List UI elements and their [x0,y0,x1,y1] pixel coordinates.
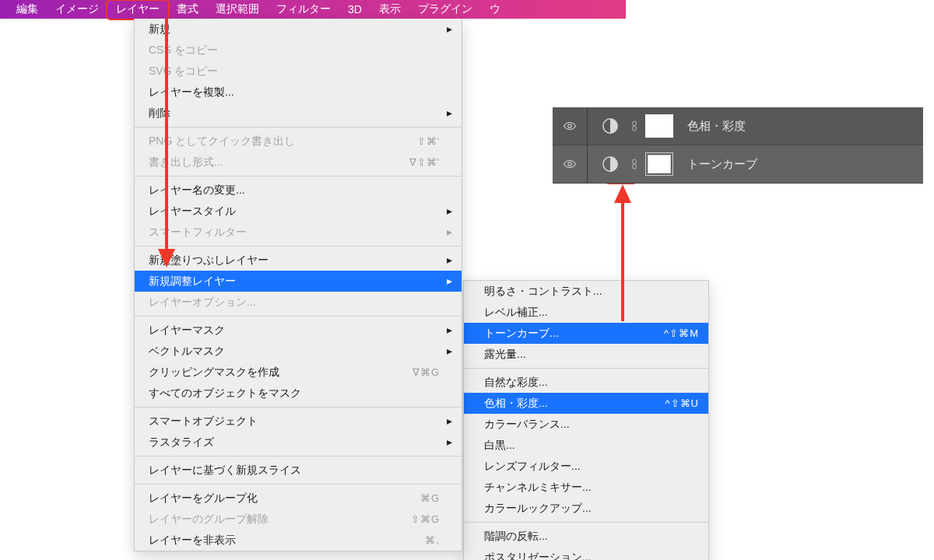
visibility-eye-icon[interactable] [553,145,587,183]
separator [135,246,462,247]
menu-item-shortcut: ^⇧⌘U [665,393,700,414]
menu-item-label: カラールックアップ... [484,502,592,514]
svg-marker-11 [614,184,631,203]
menu-item-label: レベル補正... [484,306,548,318]
layer-link-icon[interactable] [627,157,642,171]
menu-item[interactable]: 新規▸ [135,19,462,40]
menubar-item-6[interactable]: 3D [339,2,370,17]
menu-item[interactable]: レイヤーを非表示⌘, [135,530,462,551]
menu-item[interactable]: 色相・彩度...^⇧⌘U [464,393,708,414]
menu-item-label: レイヤーオプション... [149,296,256,308]
menu-item-label: カラーバランス... [484,418,570,430]
menu-item[interactable]: 新規調整レイヤー▸ [135,271,462,292]
menu-item[interactable]: カラールックアップ... [464,498,708,519]
menu-item[interactable]: チャンネルミキサー... [464,477,708,498]
menu-item-label: トーンカーブ... [484,327,559,339]
layer-link-icon[interactable] [627,119,642,133]
menu-item-label: スマートオブジェクト [149,415,258,427]
menu-item[interactable]: 露光量... [464,344,708,365]
divider [587,145,588,183]
menu-item[interactable]: レイヤー名の変更... [135,180,462,201]
separator [135,407,462,408]
svg-point-4 [568,163,572,166]
menu-item: SVG をコピー [135,61,462,82]
menu-item-shortcut: ∇⇧⌘' [409,152,440,173]
menu-item-label: レンズフィルター... [484,460,581,472]
menu-item[interactable]: 新規塗りつぶしレイヤー▸ [135,250,462,271]
menubar-item-8[interactable]: プラグイン [409,1,481,18]
menu-item[interactable]: ベクトルマスク▸ [135,341,462,362]
menu-item-label: SVG をコピー [149,65,218,77]
menu-item-label: ポスタリゼーション... [484,551,592,560]
menu-item-label: ラスタライズ [149,436,214,448]
menu-item-label: 色相・彩度... [484,397,548,409]
submenu-chevron-icon: ▸ [447,432,452,453]
submenu-chevron-icon: ▸ [447,320,452,341]
layer-mask-thumbnail[interactable] [645,152,673,176]
separator [464,522,708,523]
menu-item[interactable]: 階調の反転... [464,526,708,547]
separator [135,456,462,457]
menu-item[interactable]: ポスタリゼーション... [464,547,708,560]
layer-menu-dropdown: 新規▸CSS をコピーSVG をコピーレイヤーを複製...削除▸PNG としてク… [134,19,462,551]
menu-item[interactable]: レイヤーを複製... [135,82,462,103]
menu-item[interactable]: カラーバランス... [464,414,708,435]
menu-item-label: レイヤーをグループ化 [149,492,258,504]
adjustment-layer-icon[interactable] [599,152,622,176]
menu-item-label: 新規調整レイヤー [149,275,236,287]
menubar-item-1[interactable]: イメージ [47,1,107,18]
menubar: 編集イメージレイヤー書式選択範囲フィルター3D表示プラグインウ [0,0,626,19]
menubar-item-3[interactable]: 書式 [168,1,207,18]
submenu-chevron-icon: ▸ [447,19,452,40]
menu-item-shortcut: ⇧⌘G [411,509,440,530]
menu-item[interactable]: スマートオブジェクト▸ [135,411,462,432]
menu-item[interactable]: レンズフィルター... [464,456,708,477]
menu-item-label: チャンネルミキサー... [484,481,592,493]
menu-item-label: 自然な彩度... [484,376,548,388]
svg-point-0 [568,124,572,128]
layer-mask-thumbnail[interactable] [645,114,673,138]
menubar-item-2[interactable]: レイヤー [107,1,168,18]
menu-item[interactable]: 削除▸ [135,103,462,124]
menubar-item-4[interactable]: 選択範囲 [207,1,268,18]
visibility-eye-icon[interactable] [553,107,587,145]
menu-item-shortcut: ⌘G [420,488,440,509]
menu-item-shortcut: ⌘, [425,530,440,551]
menu-item-label: 階調の反転... [484,530,548,542]
menu-item-label: 白黒... [484,439,515,451]
menu-item[interactable]: レイヤーをグループ化⌘G [135,488,462,509]
layer-name: トーンカーブ [687,157,757,172]
menu-item[interactable]: 明るさ・コントラスト... [464,281,708,302]
menu-item-label: クリッピングマスクを作成 [149,366,279,378]
layer-row[interactable]: 色相・彩度 [553,107,923,145]
menu-item[interactable]: 白黒... [464,435,708,456]
menubar-item-5[interactable]: フィルター [268,1,339,18]
svg-marker-9 [158,249,175,268]
menu-item[interactable]: クリッピングマスクを作成∇⌘G [135,362,462,383]
separator [135,316,462,317]
svg-rect-3 [633,127,637,131]
menu-item: CSS をコピー [135,40,462,61]
menu-item[interactable]: レイヤースタイル▸ [135,201,462,222]
menu-item[interactable]: レイヤーマスク▸ [135,320,462,341]
menubar-item-7[interactable]: 表示 [370,1,409,18]
menu-item-label: ベクトルマスク [149,345,225,357]
menu-item-shortcut: ⇧⌘' [417,131,440,152]
menu-item[interactable]: トーンカーブ...^⇧⌘M [464,323,708,344]
arrow-submenu-to-layer [615,183,634,323]
menu-item[interactable]: レイヤーに基づく新規スライス [135,460,462,481]
menu-item[interactable]: 自然な彩度... [464,372,708,393]
menubar-item-0[interactable]: 編集 [8,1,47,18]
menu-item[interactable]: レベル補正... [464,302,708,323]
menu-item-shortcut: ∇⌘G [413,362,440,383]
adjustment-layer-icon[interactable] [599,114,622,138]
menu-item[interactable]: ラスタライズ▸ [135,432,462,453]
menubar-item-9[interactable]: ウ [481,1,509,18]
menu-item-label: すべてのオブジェクトをマスク [149,387,301,399]
layer-row[interactable]: トーンカーブ [553,145,923,184]
divider [587,107,588,145]
menu-item-label: レイヤーに基づく新規スライス [149,464,301,476]
menu-item-label: 書き出し形式... [149,156,223,168]
menu-item[interactable]: すべてのオブジェクトをマスク [135,383,462,404]
separator [464,368,708,369]
